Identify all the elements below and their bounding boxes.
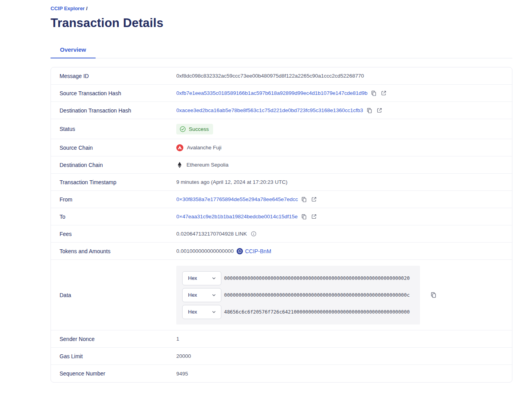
data-format-select[interactable]: Hex (182, 288, 221, 302)
row-dest-tx-hash: Destination Transaction Hash 0xacee3ed2b… (51, 102, 512, 119)
dest-chain-label: Destination Chain (51, 162, 176, 168)
row-dest-chain: Destination Chain Ethereum Sepolia (51, 156, 512, 174)
gas-limit-label: Gas Limit (51, 353, 176, 359)
row-timestamp: Transaction Timestamp 9 minutes ago (Apr… (51, 174, 512, 191)
data-hex-line: 0000000000000000000000000000000000000000… (224, 292, 410, 298)
fees-info-icon[interactable] (251, 231, 257, 237)
row-fees: Fees 0.020647132170704928 LINK (51, 225, 512, 243)
tokens-label: Tokens and Amounts (51, 248, 176, 254)
from-label: From (51, 196, 176, 203)
message-id-label: Message ID (51, 73, 176, 79)
status-badge: Success (176, 124, 213, 134)
row-to: To 0×47eaa31c9e2b1b1ba19824bedcbe0014c15… (51, 208, 512, 225)
transaction-details-page: CCIP Explorer / Transaction Details Over… (0, 0, 532, 383)
data-format-select[interactable]: Hex (182, 271, 221, 285)
row-tokens-and-amounts: Tokens and Amounts 0.001000000000000000 … (51, 243, 512, 260)
to-external-link-button[interactable] (311, 214, 317, 219)
sequence-number-value: 9495 (176, 371, 188, 377)
row-data: Data Hex 0000000000000000000000000000000… (51, 260, 512, 330)
dest-tx-hash-label: Destination Transaction Hash (51, 107, 176, 114)
timestamp-label: Transaction Timestamp (51, 179, 176, 185)
chevron-down-icon (211, 292, 217, 298)
message-id-value: 0xf8dc098c832332ac59ccc73ee00b480975d8f1… (176, 73, 364, 79)
check-circle-icon (179, 126, 186, 132)
fees-label: Fees (51, 231, 176, 237)
data-line: Hex 48656c6c6f20576f726c6421000000000000… (182, 305, 414, 319)
data-format-select[interactable]: Hex (182, 305, 221, 319)
ethereum-icon (176, 161, 183, 168)
source-chain-label: Source Chain (51, 145, 176, 151)
tab-overview[interactable]: Overview (51, 42, 96, 58)
data-line: Hex 000000000000000000000000000000000000… (182, 271, 414, 285)
chevron-down-icon (211, 276, 217, 281)
status-label: Status (51, 126, 176, 132)
from-external-link-button[interactable] (311, 196, 317, 202)
data-hex-line: 0000000000000000000000000000000000000000… (224, 276, 410, 281)
external-link-icon (311, 196, 317, 202)
source-tx-copy-button[interactable] (371, 90, 377, 96)
status-badge-text: Success (189, 126, 209, 132)
data-hex-box: Hex 000000000000000000000000000000000000… (176, 266, 420, 325)
chevron-down-icon (211, 309, 217, 315)
data-label: Data (51, 292, 176, 298)
ccip-bnm-token-icon (237, 248, 243, 254)
external-link-icon (376, 107, 382, 113)
dest-tx-external-link-button[interactable] (376, 107, 382, 113)
external-link-icon (311, 214, 317, 219)
copy-icon (301, 196, 307, 203)
row-sequence-number: Sequence Number 9495 (51, 365, 512, 382)
breadcrumb: CCIP Explorer / (51, 5, 512, 12)
row-gas-limit: Gas Limit 20000 (51, 348, 512, 365)
source-tx-external-link-button[interactable] (381, 90, 387, 96)
sender-nonce-value: 1 (176, 336, 179, 342)
dest-tx-hash-link[interactable]: 0xacee3ed2bca16ab5e78be8f563c1c75d221de0… (176, 107, 363, 113)
page-title: Transaction Details (51, 16, 512, 31)
from-copy-button[interactable] (301, 196, 307, 203)
source-tx-hash-label: Source Transaction Hash (51, 90, 176, 96)
fees-value: 0.020647132170704928 LINK (176, 231, 247, 237)
data-copy-button[interactable] (430, 292, 437, 298)
row-message-id: Message ID 0xf8dc098c832332ac59ccc73ee00… (51, 67, 512, 85)
sender-nonce-label: Sender Nonce (51, 336, 176, 342)
token-amount: 0.001000000000000000 (176, 248, 233, 254)
row-sender-nonce: Sender Nonce 1 (51, 330, 512, 348)
data-format-select-value: Hex (188, 292, 197, 298)
from-address-link[interactable]: 0×30f8358a7e17765894de55e294a78ee645e7ed… (176, 196, 298, 202)
data-format-select-value: Hex (188, 275, 197, 281)
gas-limit-value: 20000 (176, 353, 191, 359)
dest-tx-copy-button[interactable] (366, 107, 373, 114)
source-tx-hash-link[interactable]: 0xfb7e1eea5335c018589166b1ac597b618a9289… (176, 90, 367, 96)
copy-icon (366, 107, 373, 114)
copy-icon (301, 214, 307, 220)
transaction-details-card: Message ID 0xf8dc098c832332ac59ccc73ee00… (51, 67, 512, 383)
copy-icon (430, 292, 437, 298)
avalanche-icon (176, 144, 183, 151)
timestamp-value: 9 minutes ago (April 12, 2024 at 17:20:2… (176, 179, 288, 185)
row-source-chain: Source Chain Avalanche Fuji (51, 139, 512, 156)
token-name: CCIP-BnM (245, 248, 271, 254)
token-link[interactable]: CCIP-BnM (237, 248, 271, 254)
data-hex-line: 48656c6c6f20576f726c64210000000000000000… (224, 309, 410, 315)
row-status: Status Success (51, 119, 512, 139)
to-address-link[interactable]: 0×47eaa31c9e2b1b1ba19824bedcbe0014c15df1… (176, 214, 298, 219)
data-format-select-value: Hex (188, 309, 197, 315)
external-link-icon (381, 90, 387, 96)
tab-bar: Overview (51, 42, 512, 58)
breadcrumb-separator: / (86, 5, 88, 11)
row-source-tx-hash: Source Transaction Hash 0xfb7e1eea5335c0… (51, 85, 512, 102)
sequence-number-label: Sequence Number (51, 370, 176, 377)
copy-icon (371, 90, 377, 96)
source-chain-name: Avalanche Fuji (187, 145, 221, 151)
row-from: From 0×30f8358a7e17765894de55e294a78ee64… (51, 191, 512, 208)
to-label: To (51, 214, 176, 220)
data-line: Hex 000000000000000000000000000000000000… (182, 288, 414, 302)
breadcrumb-ccip-explorer-link[interactable]: CCIP Explorer (51, 5, 85, 11)
dest-chain-name: Ethereum Sepolia (186, 162, 228, 168)
to-copy-button[interactable] (301, 214, 307, 220)
